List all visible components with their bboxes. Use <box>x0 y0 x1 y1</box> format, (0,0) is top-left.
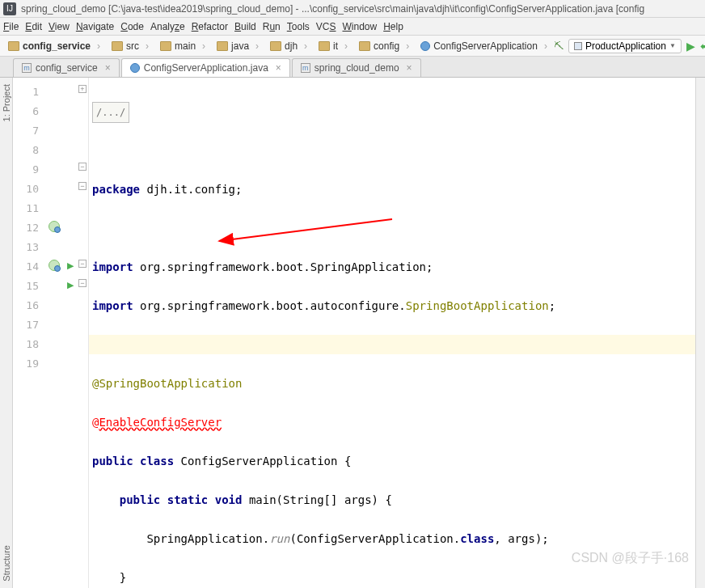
annotation: @SpringBootApplication <box>92 377 242 390</box>
folder-icon <box>8 41 19 51</box>
chevron-down-icon: ▼ <box>669 42 676 49</box>
menu-build[interactable]: Build <box>234 21 256 32</box>
crumb-label: config_service <box>23 40 91 52</box>
editor-tabs: m config_service × ConfigServerApplicati… <box>0 57 705 78</box>
fold-collapse-icon[interactable]: − <box>78 279 87 287</box>
spring-icon <box>574 42 582 50</box>
close-icon[interactable]: × <box>105 62 111 74</box>
fold-expand-icon[interactable]: + <box>78 85 87 93</box>
fold-collapse-icon[interactable]: − <box>78 163 87 171</box>
run-config-selector[interactable]: ProductApplication ▼ <box>568 39 682 53</box>
crumb-config[interactable]: config <box>354 39 414 53</box>
menu-analyze[interactable]: Analyze <box>150 21 185 32</box>
crumb-label: djh <box>285 40 298 52</box>
run-gutter-icon[interactable]: ▶ <box>63 258 78 273</box>
folded-region[interactable]: /.../ <box>92 102 129 123</box>
module-icon: m <box>22 63 32 73</box>
crumb-it[interactable]: it <box>314 39 352 53</box>
line-number: 11 <box>13 199 39 218</box>
gutter-icon-column: ▶ ▶ <box>45 78 78 588</box>
error-stripe[interactable] <box>695 78 705 588</box>
tab-spring-cloud-demo[interactable]: m spring_cloud_demo × <box>292 58 421 77</box>
crumb-label: main <box>175 40 196 52</box>
line-number: 14 <box>13 257 39 277</box>
line-number: 10 <box>13 180 39 199</box>
navigation-toolbar: config_service src main java djh it conf… <box>0 36 705 57</box>
spring-bean-icon[interactable] <box>47 219 61 234</box>
line-number: 17 <box>13 315 39 335</box>
crumb-label: config <box>374 40 399 52</box>
folder-icon <box>319 41 330 51</box>
structure-tool-button[interactable]: Structure <box>2 545 11 582</box>
run-button[interactable]: ▶ <box>686 40 695 53</box>
caret-line <box>89 335 695 354</box>
crumb-main[interactable]: main <box>155 39 210 53</box>
tab-configserverapplication[interactable]: ConfigServerApplication.java × <box>121 58 290 77</box>
menu-bar: File Edit View Navigate Code Analyze Ref… <box>0 18 705 36</box>
crumb-label: ConfigServerApplication <box>433 40 538 52</box>
debug-button[interactable]: ⬌ <box>700 40 705 53</box>
menu-vcs[interactable]: VCS <box>316 21 336 32</box>
tab-label: ConfigServerApplication.java <box>144 62 268 74</box>
fold-collapse-icon[interactable]: − <box>78 260 87 268</box>
crumb-class[interactable]: ConfigServerApplication <box>416 39 552 53</box>
app-icon: IJ <box>3 2 16 15</box>
line-number-gutter[interactable]: 1 6 7 8 9 10 11 12 13 14 15 16 17 18 19 <box>13 78 45 588</box>
line-number: 13 <box>13 238 39 257</box>
run-config-label: ProductApplication <box>585 40 666 52</box>
folder-icon <box>217 41 228 51</box>
fold-column: + − − − − <box>78 78 89 588</box>
menu-tools[interactable]: Tools <box>287 21 310 32</box>
folder-icon <box>160 41 171 51</box>
editor-area: 1: Project Structure 1 6 7 8 9 10 11 12 … <box>0 78 705 588</box>
window-title: spring_cloud_demo [C:\java-test\idea2019… <box>21 3 644 15</box>
crumb-label: java <box>231 40 249 52</box>
menu-run[interactable]: Run <box>263 21 281 32</box>
tab-label: spring_cloud_demo <box>315 62 399 74</box>
crumb-djh[interactable]: djh <box>265 39 312 53</box>
folder-icon <box>359 41 370 51</box>
project-tool-button[interactable]: 1: Project <box>2 84 11 121</box>
line-number: 1 <box>13 82 39 102</box>
crumb-label: src <box>126 40 139 52</box>
menu-edit[interactable]: Edit <box>25 21 42 32</box>
close-icon[interactable]: × <box>276 62 281 74</box>
line-number: 19 <box>13 354 39 374</box>
menu-window[interactable]: Window <box>342 21 377 32</box>
tab-label: config_service <box>36 62 98 74</box>
menu-navigate[interactable]: Navigate <box>76 21 114 32</box>
class-icon <box>130 63 140 73</box>
crumb-java[interactable]: java <box>212 39 264 53</box>
build-button[interactable]: ⛏ <box>554 40 564 52</box>
line-number: 7 <box>13 121 39 141</box>
line-number: 8 <box>13 141 39 160</box>
line-number: 12 <box>13 218 39 238</box>
menu-code[interactable]: Code <box>120 21 144 32</box>
tab-config-service[interactable]: m config_service × <box>13 58 120 77</box>
crumb-src[interactable]: src <box>107 39 154 53</box>
run-gutter-icon[interactable]: ▶ <box>63 277 78 292</box>
module-icon: m <box>301 63 310 73</box>
crumb-label: it <box>333 40 338 52</box>
spring-bean-icon[interactable] <box>47 258 61 273</box>
line-number: 16 <box>13 296 39 315</box>
line-number: 15 <box>13 277 39 296</box>
close-icon[interactable]: × <box>407 62 412 74</box>
menu-view[interactable]: View <box>49 21 70 32</box>
class-icon <box>420 41 430 51</box>
menu-refactor[interactable]: Refactor <box>192 21 228 32</box>
menu-file[interactable]: File <box>3 21 19 32</box>
fold-collapse-icon[interactable]: − <box>78 182 87 190</box>
line-number: 9 <box>13 160 39 180</box>
line-number: 18 <box>13 335 39 354</box>
crumb-config-service[interactable]: config_service <box>3 39 105 53</box>
folder-icon <box>112 41 123 51</box>
window-titlebar: IJ spring_cloud_demo [C:\java-test\idea2… <box>0 0 705 18</box>
menu-help[interactable]: Help <box>383 21 403 32</box>
folder-icon <box>270 41 281 51</box>
error-annotation: EnableConfigServer <box>99 416 222 429</box>
line-number: 6 <box>13 102 39 121</box>
left-tool-strip: 1: Project Structure <box>0 78 13 588</box>
code-editor[interactable]: /.../ package djh.it.config; import org.… <box>89 78 695 588</box>
